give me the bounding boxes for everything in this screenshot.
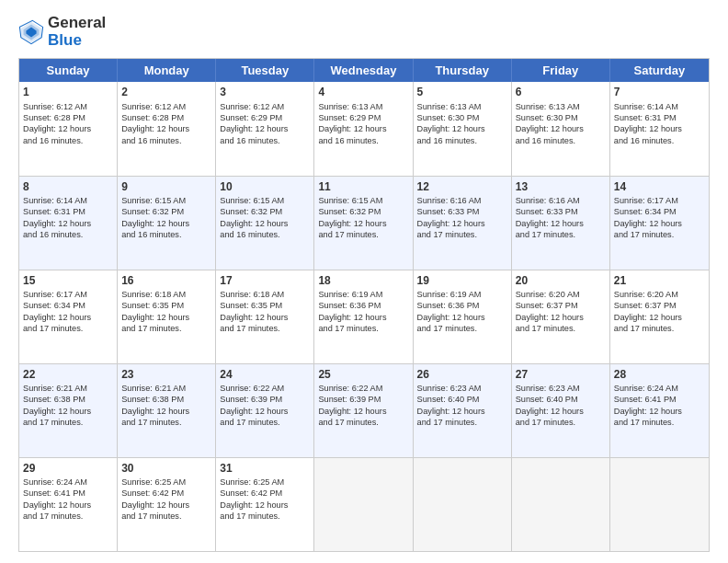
day-info-line: and 17 minutes. <box>417 229 507 240</box>
day-info-line: Sunrise: 6:15 AM <box>121 195 211 206</box>
day-number: 26 <box>417 367 507 382</box>
day-number: 18 <box>318 273 408 288</box>
day-info-line: Daylight: 12 hours <box>417 218 507 229</box>
day-info-line: Sunrise: 6:17 AM <box>23 289 113 300</box>
page: General Blue SundayMondayTuesdayWednesda… <box>0 0 728 563</box>
day-info-line: Sunset: 6:42 PM <box>121 488 211 499</box>
day-info-line: Sunset: 6:38 PM <box>121 394 211 405</box>
day-info-line: Sunrise: 6:18 AM <box>121 289 211 300</box>
day-info-line: Daylight: 12 hours <box>23 500 113 511</box>
day-cell-2: 2Sunrise: 6:12 AMSunset: 6:28 PMDaylight… <box>118 82 216 175</box>
day-number: 21 <box>614 273 705 288</box>
day-info-line: Sunset: 6:40 PM <box>516 394 606 405</box>
day-info-line: Daylight: 12 hours <box>417 406 507 417</box>
day-info-line: Sunrise: 6:15 AM <box>220 195 310 206</box>
header-day-saturday: Saturday <box>610 59 709 82</box>
day-number: 7 <box>614 85 705 99</box>
day-cell-12: 12Sunrise: 6:16 AMSunset: 6:33 PMDayligh… <box>414 177 512 270</box>
day-cell-18: 18Sunrise: 6:19 AMSunset: 6:36 PMDayligh… <box>314 270 413 363</box>
day-info-line: Daylight: 12 hours <box>516 312 606 323</box>
day-info-line: Sunrise: 6:21 AM <box>23 383 113 394</box>
day-cell-20: 20Sunrise: 6:20 AMSunset: 6:37 PMDayligh… <box>512 270 610 363</box>
day-info-line: and 17 minutes. <box>516 229 606 240</box>
day-info-line: and 16 minutes. <box>220 135 310 146</box>
day-info-line: Sunrise: 6:17 AM <box>614 195 705 206</box>
day-info-line: Sunrise: 6:19 AM <box>417 289 507 300</box>
day-info-line: Sunset: 6:35 PM <box>121 300 211 311</box>
day-cell-14: 14Sunrise: 6:17 AMSunset: 6:34 PMDayligh… <box>610 177 709 270</box>
day-info-line: Daylight: 12 hours <box>417 312 507 323</box>
day-info-line: and 17 minutes. <box>417 417 507 428</box>
empty-cell <box>414 458 512 551</box>
day-info-line: and 17 minutes. <box>23 323 113 334</box>
day-number: 22 <box>23 367 113 382</box>
day-info-line: Sunset: 6:29 PM <box>220 112 310 123</box>
day-info-line: Daylight: 12 hours <box>516 406 606 417</box>
day-info-line: and 17 minutes. <box>417 323 507 334</box>
day-info-line: and 16 minutes. <box>318 135 408 146</box>
day-number: 3 <box>220 85 310 99</box>
day-number: 10 <box>220 179 310 194</box>
day-info-line: and 17 minutes. <box>516 417 606 428</box>
day-cell-10: 10Sunrise: 6:15 AMSunset: 6:32 PMDayligh… <box>216 177 314 270</box>
day-info-line: Sunset: 6:41 PM <box>614 394 705 405</box>
day-info-line: Sunset: 6:37 PM <box>516 300 606 311</box>
day-info-line: Sunset: 6:36 PM <box>318 300 408 311</box>
day-info-line: Sunset: 6:28 PM <box>23 112 113 123</box>
week-row-1: 1Sunrise: 6:12 AMSunset: 6:28 PMDaylight… <box>19 82 709 176</box>
day-info-line: and 16 minutes. <box>516 135 606 146</box>
day-number: 1 <box>23 85 113 99</box>
day-info-line: and 17 minutes. <box>614 229 705 240</box>
day-number: 14 <box>614 179 705 194</box>
day-info-line: Sunrise: 6:22 AM <box>220 383 310 394</box>
empty-cell <box>610 458 709 551</box>
day-info-line: Sunrise: 6:18 AM <box>220 289 310 300</box>
day-info-line: Daylight: 12 hours <box>220 218 310 229</box>
day-info-line: Sunset: 6:35 PM <box>220 300 310 311</box>
day-info-line: and 17 minutes. <box>318 229 408 240</box>
day-info-line: Daylight: 12 hours <box>614 406 705 417</box>
day-info-line: and 16 minutes. <box>417 135 507 146</box>
day-info-line: Daylight: 12 hours <box>23 312 113 323</box>
day-info-line: Daylight: 12 hours <box>220 406 310 417</box>
logo-icon <box>18 19 44 45</box>
day-cell-9: 9Sunrise: 6:15 AMSunset: 6:32 PMDaylight… <box>118 177 216 270</box>
day-info-line: Sunset: 6:31 PM <box>23 206 113 217</box>
day-number: 5 <box>417 85 507 99</box>
day-number: 6 <box>516 85 606 99</box>
day-info-line: Sunset: 6:39 PM <box>318 394 408 405</box>
day-number: 12 <box>417 179 507 194</box>
day-number: 13 <box>516 179 606 194</box>
day-number: 11 <box>318 179 408 194</box>
day-number: 20 <box>516 273 606 288</box>
day-cell-4: 4Sunrise: 6:13 AMSunset: 6:29 PMDaylight… <box>314 82 413 175</box>
day-info-line: Sunrise: 6:21 AM <box>121 383 211 394</box>
day-info-line: Sunrise: 6:24 AM <box>23 477 113 488</box>
day-info-line: and 17 minutes. <box>220 323 310 334</box>
empty-cell <box>314 458 413 551</box>
logo: General Blue <box>18 15 106 49</box>
day-info-line: Daylight: 12 hours <box>516 218 606 229</box>
day-info-line: Daylight: 12 hours <box>614 218 705 229</box>
day-info-line: and 17 minutes. <box>220 511 310 522</box>
day-number: 15 <box>23 273 113 288</box>
day-number: 16 <box>121 273 211 288</box>
week-row-3: 15Sunrise: 6:17 AMSunset: 6:34 PMDayligh… <box>19 270 709 364</box>
day-number: 25 <box>318 367 408 382</box>
day-cell-24: 24Sunrise: 6:22 AMSunset: 6:39 PMDayligh… <box>216 364 314 457</box>
day-info-line: Sunrise: 6:12 AM <box>220 101 310 112</box>
day-info-line: Sunset: 6:38 PM <box>23 394 113 405</box>
calendar-header: SundayMondayTuesdayWednesdayThursdayFrid… <box>19 59 709 82</box>
day-info-line: Sunset: 6:30 PM <box>516 112 606 123</box>
week-row-5: 29Sunrise: 6:24 AMSunset: 6:41 PMDayligh… <box>19 458 709 551</box>
day-cell-30: 30Sunrise: 6:25 AMSunset: 6:42 PMDayligh… <box>118 458 216 551</box>
day-info-line: and 16 minutes. <box>220 229 310 240</box>
day-number: 8 <box>23 179 113 194</box>
day-info-line: Daylight: 12 hours <box>220 500 310 511</box>
day-info-line: Daylight: 12 hours <box>318 218 408 229</box>
day-info-line: Sunset: 6:34 PM <box>23 300 113 311</box>
day-info-line: Sunset: 6:37 PM <box>614 300 705 311</box>
day-cell-7: 7Sunrise: 6:14 AMSunset: 6:31 PMDaylight… <box>610 82 709 175</box>
day-cell-22: 22Sunrise: 6:21 AMSunset: 6:38 PMDayligh… <box>19 364 118 457</box>
day-info-line: Daylight: 12 hours <box>614 312 705 323</box>
